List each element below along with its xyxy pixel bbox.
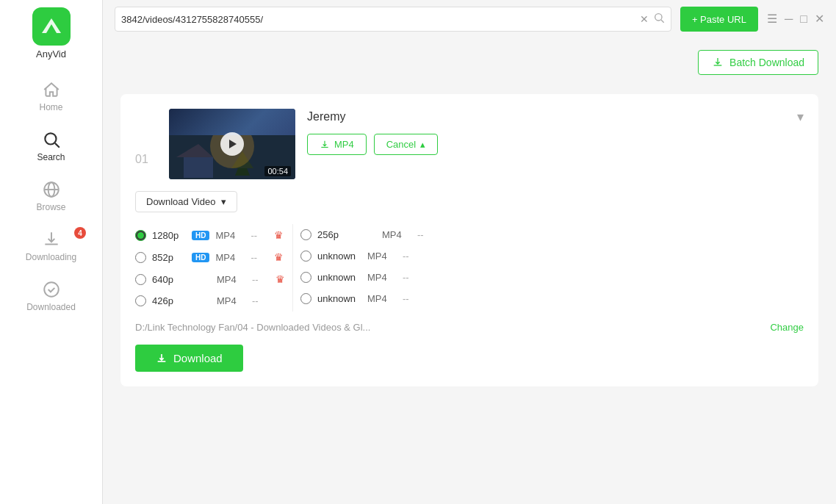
chevron-down-icon[interactable]: ▾ <box>797 109 804 125</box>
quality-row-unknown-3: unknown MP4 -- <box>300 288 435 309</box>
quality-row-426p: 426p MP4 -- <box>135 290 285 312</box>
paste-url-button[interactable]: + Paste URL <box>680 7 758 32</box>
sidebar-item-search[interactable]: Search <box>0 121 102 171</box>
url-text: 3842/videos/4312755828740555/ <box>121 14 635 25</box>
format-unknown-2: MP4 <box>367 272 397 283</box>
format-640p: MP4 <box>217 274 246 285</box>
quality-row-256p: 256p MP4 -- <box>300 224 435 245</box>
crown-icon-1280p: ♛ <box>274 229 284 241</box>
svg-point-6 <box>655 14 662 21</box>
app-name: AnyVid <box>36 48 66 60</box>
quality-radio-640p[interactable] <box>135 274 146 285</box>
format-unknown-1: MP4 <box>367 251 397 262</box>
res-label-unknown-1: unknown <box>317 251 361 262</box>
quality-row-852p: 852p HD MP4 -- ♛ <box>135 246 285 268</box>
quality-radio-852p[interactable] <box>135 252 146 263</box>
titlebar: 3842/videos/4312755828740555/ ✕ + Paste … <box>103 0 836 38</box>
svg-line-1 <box>54 143 59 148</box>
batch-download-button[interactable]: Batch Download <box>698 50 818 75</box>
minimize-button[interactable]: ─ <box>785 13 793 25</box>
home-icon <box>42 80 61 99</box>
search-icon <box>42 130 61 149</box>
download-path: D:/Link Technology Fan/04 - Downloaded V… <box>135 322 763 333</box>
url-search-icon <box>653 12 665 26</box>
format-1280p: MP4 <box>215 230 245 241</box>
path-row: D:/Link Technology Fan/04 - Downloaded V… <box>135 322 804 333</box>
crown-icon-852p: ♛ <box>274 251 284 263</box>
play-button[interactable] <box>220 132 244 156</box>
menu-button[interactable]: ☰ <box>767 13 777 25</box>
video-thumbnail[interactable]: 00:54 <box>169 109 295 179</box>
svg-rect-9 <box>184 157 213 178</box>
quality-row-unknown-2: unknown MP4 -- <box>300 267 435 288</box>
quality-col-right: 256p MP4 -- unknown MP4 -- <box>300 224 435 312</box>
sidebar: AnyVid Home Search Browse 4 Downloadi <box>0 0 103 504</box>
video-header: 01 <box>135 109 804 179</box>
dropdown-chevron-icon: ▾ <box>221 196 226 207</box>
quality-radio-unknown-2[interactable] <box>300 272 311 283</box>
sidebar-item-browse[interactable]: Browse <box>0 171 102 221</box>
video-title-row: Jeremy ▾ <box>307 109 804 125</box>
quality-radio-426p[interactable] <box>135 295 146 306</box>
sidebar-item-downloaded[interactable]: Downloaded <box>0 271 102 321</box>
download-mp4-icon <box>320 140 330 150</box>
hd-badge-852p: HD <box>192 253 209 262</box>
sidebar-item-home-label: Home <box>39 102 62 112</box>
res-label-256p: 256p <box>317 229 351 240</box>
format-unknown-3: MP4 <box>367 293 397 304</box>
quality-section: 1280p HD MP4 -- ♛ 852p HD MP4 -- <box>135 224 804 312</box>
download-type-dropdown[interactable]: Download Video ▾ <box>135 191 237 212</box>
dropdown-row: Download Video ▾ <box>135 191 804 212</box>
quality-row-1280p: 1280p HD MP4 -- ♛ <box>135 224 285 246</box>
download-button-label: Download <box>173 352 223 364</box>
quality-radio-1280p[interactable] <box>135 230 146 241</box>
svg-point-5 <box>44 282 59 297</box>
quality-col-left: 1280p HD MP4 -- ♛ 852p HD MP4 -- <box>135 224 285 312</box>
close-button[interactable]: ✕ <box>815 13 824 25</box>
format-256p: MP4 <box>382 229 411 240</box>
quality-radio-unknown-3[interactable] <box>300 293 311 304</box>
download-options: Download Video ▾ 1280p HD MP4 -- <box>135 191 804 372</box>
downloading-icon <box>42 230 61 249</box>
video-title: Jeremy <box>307 110 345 123</box>
app-logo <box>32 7 71 46</box>
sidebar-item-downloading-label: Downloading <box>26 252 76 262</box>
sidebar-item-home[interactable]: Home <box>0 71 102 121</box>
quality-radio-256p[interactable] <box>300 229 311 240</box>
maximize-button[interactable]: □ <box>800 13 807 25</box>
res-label-426p: 426p <box>152 295 186 306</box>
browse-icon <box>42 180 61 199</box>
content-area: Batch Download 01 <box>103 38 836 504</box>
format-buttons: MP4 Cancel ▴ <box>307 134 804 155</box>
quality-row-unknown-1: unknown MP4 -- <box>300 245 435 267</box>
batch-download-label: Batch Download <box>729 57 804 68</box>
url-clear-button[interactable]: ✕ <box>640 13 649 25</box>
format-426p: MP4 <box>217 295 246 306</box>
video-card: 01 <box>120 94 818 386</box>
format-852p: MP4 <box>215 252 245 263</box>
video-info: Jeremy ▾ MP4 Cancel ▴ <box>307 109 804 155</box>
hd-badge-1280p: HD <box>192 231 209 240</box>
sidebar-item-downloading[interactable]: 4 Downloading <box>0 221 102 271</box>
download-button[interactable]: Download <box>135 345 243 372</box>
quality-radio-unknown-1[interactable] <box>300 251 311 262</box>
downloaded-icon <box>42 280 61 299</box>
res-label-unknown-2: unknown <box>317 272 361 283</box>
video-number: 01 <box>135 109 157 166</box>
mp4-button[interactable]: MP4 <box>307 134 367 155</box>
crown-icon-640p: ♛ <box>275 273 285 285</box>
res-label-852p: 852p <box>152 252 186 263</box>
sidebar-item-browse-label: Browse <box>36 202 65 212</box>
change-path-button[interactable]: Change <box>770 322 804 333</box>
window-controls: ☰ ─ □ ✕ <box>767 13 824 25</box>
svg-line-7 <box>661 20 664 23</box>
svg-point-0 <box>45 133 56 144</box>
cancel-button[interactable]: Cancel ▴ <box>374 134 438 155</box>
quality-row-640p: 640p MP4 -- ♛ <box>135 268 285 290</box>
video-duration: 00:54 <box>264 166 291 176</box>
sidebar-item-downloaded-label: Downloaded <box>26 302 76 312</box>
downloading-badge: 4 <box>74 227 86 239</box>
quality-divider <box>292 224 293 312</box>
chevron-up-icon: ▴ <box>420 139 425 150</box>
res-label-unknown-3: unknown <box>317 293 361 304</box>
